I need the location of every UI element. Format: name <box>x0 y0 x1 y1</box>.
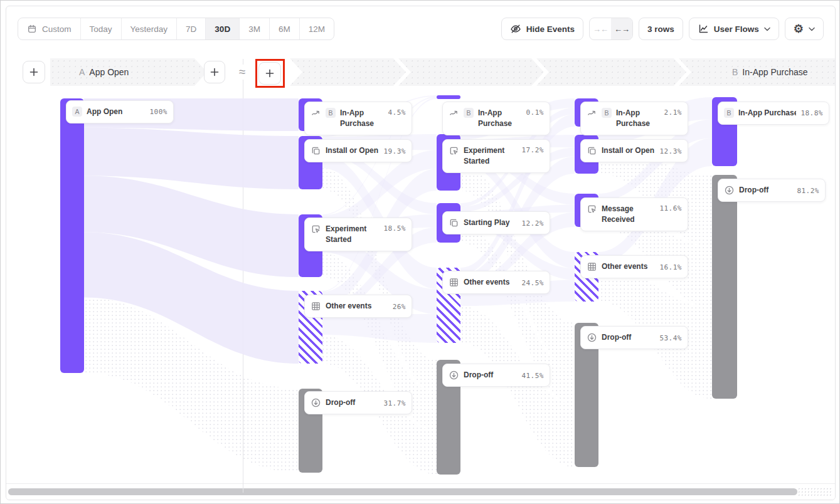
flow-node-card[interactable]: Experiment Started18.5% <box>304 218 412 251</box>
hide-events-button[interactable]: Hide Events <box>501 18 583 40</box>
date-range-12m[interactable]: 12M <box>299 18 334 39</box>
node-percentage: 4.5% <box>388 108 407 117</box>
node-label: Experiment Started <box>326 224 379 245</box>
expand-columns-button[interactable]: ←→ <box>611 18 632 39</box>
rows-label: 3 rows <box>647 24 674 34</box>
flow-node-card[interactable]: BIn-App Purchase2.1% <box>580 102 688 135</box>
steps-divider-line <box>243 59 243 493</box>
node-percentage: 41.5% <box>521 371 544 380</box>
flow-node-card[interactable]: Drop-off53.4% <box>580 326 688 349</box>
event-letter-badge: A <box>72 107 82 117</box>
flow-node-card[interactable]: Install or Open19.3% <box>304 139 412 162</box>
event-letter-badge: B <box>464 108 474 118</box>
node-label: Install or Open <box>602 145 655 156</box>
user-flows-report-panel: Custom Today Yesterday 7D 30D 3M 6M 12M … <box>6 6 836 500</box>
flow-node-card[interactable]: Message Received11.6% <box>580 197 688 231</box>
flow-node-card[interactable]: Experiment Started17.2% <box>442 139 550 173</box>
node-label: Experiment Started <box>464 145 517 167</box>
node-label: Drop-off <box>739 185 792 196</box>
copy-icon <box>587 145 597 156</box>
scrollbar-thumb[interactable] <box>8 488 797 495</box>
flow-node-card[interactable]: Drop-off81.2% <box>718 179 826 202</box>
collapse-columns-button[interactable]: →← <box>590 18 611 39</box>
date-range-30d[interactable]: 30D <box>205 18 239 39</box>
flow-node-bar[interactable] <box>60 98 84 373</box>
node-label: Install or Open <box>326 145 379 156</box>
flow-ribbon <box>84 232 299 364</box>
calendar-icon <box>27 24 37 34</box>
node-percentage: 11.6% <box>659 204 682 213</box>
drop-off-icon <box>311 397 321 408</box>
node-percentage: 53.4% <box>659 333 682 342</box>
plus-icon <box>209 66 220 78</box>
node-percentage: 31.7% <box>383 399 406 407</box>
event-letter-badge: B <box>724 108 734 118</box>
click-icon <box>311 224 321 234</box>
settings-dropdown[interactable]: ⚙ <box>785 18 824 40</box>
date-range-today[interactable]: Today <box>80 18 121 39</box>
node-label: App Open <box>87 107 146 117</box>
rows-button[interactable]: 3 rows <box>639 18 683 40</box>
flow-arrow-icon <box>449 108 459 118</box>
flow-node-card[interactable]: Drop-off31.7% <box>304 391 412 414</box>
flow-ribbon <box>84 176 299 277</box>
flow-node-bar[interactable] <box>712 175 737 399</box>
node-percentage: 18.8% <box>800 108 823 117</box>
date-range-label: 7D <box>186 24 196 34</box>
view-selector-dropdown[interactable]: User Flows <box>689 18 779 40</box>
step-letter: B <box>732 67 738 77</box>
date-range-custom[interactable]: Custom <box>18 18 80 39</box>
add-step-middle-button[interactable] <box>258 62 281 85</box>
drop-off-icon <box>724 185 735 196</box>
grid-icon <box>449 277 459 288</box>
flow-node-bar[interactable] <box>437 95 460 99</box>
header-step-2 <box>290 58 406 86</box>
flow-chart-icon <box>698 23 709 34</box>
collapse-icon: →← <box>593 24 608 34</box>
flow-node-card[interactable]: BIn-App Purchase18.8% <box>718 102 829 125</box>
add-step-after-a-button[interactable] <box>204 61 225 83</box>
node-percentage: 100% <box>150 107 168 116</box>
node-label: Drop-off <box>464 370 517 381</box>
node-label: In-App Purchase <box>616 108 660 129</box>
step-letter: A <box>79 67 85 77</box>
collapse-expand-toggle: →← ←→ <box>589 18 633 40</box>
node-percentage: 16.1% <box>659 263 682 271</box>
header-step-b[interactable]: B In-App Purchase <box>679 58 836 86</box>
flow-node-card[interactable]: BIn-App Purchase4.5% <box>304 102 412 135</box>
view-selector-label: User Flows <box>714 24 759 34</box>
grid-icon <box>311 301 321 312</box>
flow-ribbon <box>322 314 437 343</box>
event-letter-badge: B <box>602 108 612 118</box>
flow-node-card[interactable]: AApp Open100% <box>66 100 174 123</box>
flow-arrow-icon <box>587 108 597 118</box>
date-range-6m[interactable]: 6M <box>269 18 299 39</box>
flow-node-card[interactable]: Starting Play12.2% <box>442 211 550 234</box>
chevron-down-icon <box>764 27 770 31</box>
gear-icon: ⚙ <box>794 23 804 34</box>
header-step-4 <box>536 58 686 86</box>
dropoff-ribbon <box>460 163 575 370</box>
date-range-label: 3M <box>248 24 260 34</box>
date-range-7d[interactable]: 7D <box>176 18 205 39</box>
date-range-3m[interactable]: 3M <box>239 18 269 39</box>
flow-node-card[interactable]: Other events26% <box>304 295 412 318</box>
flow-node-card[interactable]: BIn-App Purchase0.1% <box>442 102 550 135</box>
flow-node-card[interactable]: Other events24.5% <box>442 271 550 294</box>
node-label: Drop-off <box>602 332 655 343</box>
node-label: Drop-off <box>326 397 379 408</box>
horizontal-scrollbar[interactable] <box>6 483 835 500</box>
date-range-label: 6M <box>279 24 290 34</box>
plus-icon <box>28 66 40 78</box>
date-range-yesterday[interactable]: Yesterday <box>121 18 177 39</box>
header-step-a[interactable]: A App Open <box>50 58 207 86</box>
add-step-start-button[interactable] <box>23 61 45 83</box>
date-range-selector: Custom Today Yesterday 7D 30D 3M 6M 12M <box>18 18 334 40</box>
node-label: Other events <box>326 301 388 312</box>
flow-node-card[interactable]: Install or Open12.3% <box>580 139 688 162</box>
click-icon <box>587 204 597 214</box>
flow-node-card[interactable]: Other events16.1% <box>580 255 688 278</box>
flow-node-card[interactable]: Drop-off41.5% <box>442 364 550 387</box>
eye-off-icon <box>510 23 521 34</box>
flow-ribbon <box>460 114 575 275</box>
